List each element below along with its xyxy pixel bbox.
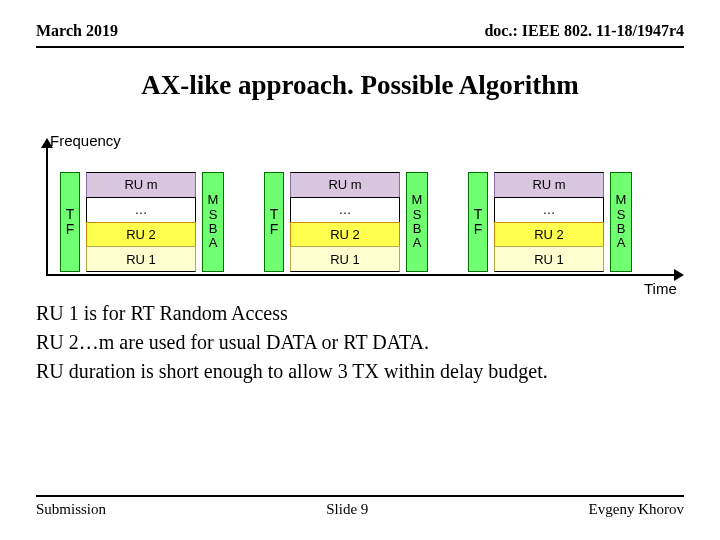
body-text: RU 1 is for RT Random Access RU 2…m are … <box>36 300 676 387</box>
msba-a: A <box>413 236 422 250</box>
tx-group-3: T F RU m … RU 2 RU 1 M S B A <box>468 172 632 272</box>
ru-1: RU 1 <box>290 246 400 272</box>
ru-stack: RU m … RU 2 RU 1 <box>86 172 196 272</box>
header-rule <box>36 46 684 48</box>
ru-2: RU 2 <box>494 222 604 247</box>
footer-center: Slide 9 <box>326 501 368 518</box>
msba-a: A <box>617 236 626 250</box>
x-axis-label: Time <box>644 280 677 297</box>
tf-bottom: F <box>474 222 483 237</box>
msba-box: M S B A <box>610 172 632 272</box>
tx-group-2: T F RU m … RU 2 RU 1 M S B A <box>264 172 428 272</box>
y-axis-label: Frequency <box>50 132 121 149</box>
header-doc: doc.: IEEE 802. 11-18/1947r4 <box>484 22 684 40</box>
header-date: March 2019 <box>36 22 118 40</box>
ru-m: RU m <box>86 172 196 197</box>
msba-s: S <box>617 208 626 222</box>
ru-m: RU m <box>494 172 604 197</box>
page-title: AX-like approach. Possible Algorithm <box>0 70 720 101</box>
y-axis-line <box>46 144 48 274</box>
msba-b: B <box>617 222 626 236</box>
ru-stack: RU m … RU 2 RU 1 <box>290 172 400 272</box>
frequency-time-diagram: Frequency Time T F RU m … RU 2 RU 1 M S … <box>36 130 684 290</box>
tf-bottom: F <box>66 222 75 237</box>
footer: Submission Slide 9 Evgeny Khorov <box>36 495 684 518</box>
ru-stack: RU m … RU 2 RU 1 <box>494 172 604 272</box>
footer-left: Submission <box>36 501 106 518</box>
msba-b: B <box>209 222 218 236</box>
tf-bottom: F <box>270 222 279 237</box>
msba-box: M S B A <box>202 172 224 272</box>
ru-ellipsis: … <box>290 197 400 222</box>
ru-ellipsis: … <box>494 197 604 222</box>
ru-m: RU m <box>290 172 400 197</box>
msba-b: B <box>413 222 422 236</box>
x-axis-line <box>46 274 676 276</box>
body-line-3: RU duration is short enough to allow 3 T… <box>36 358 676 385</box>
ru-ellipsis: … <box>86 197 196 222</box>
ru-2: RU 2 <box>86 222 196 247</box>
body-line-1: RU 1 is for RT Random Access <box>36 300 676 327</box>
tf-top: T <box>270 207 279 222</box>
tf-top: T <box>66 207 75 222</box>
footer-rule <box>36 495 684 497</box>
msba-a: A <box>209 236 218 250</box>
tf-box: T F <box>264 172 284 272</box>
msba-m: M <box>208 193 219 207</box>
footer-right: Evgeny Khorov <box>589 501 684 518</box>
msba-m: M <box>616 193 627 207</box>
tx-group-1: T F RU m … RU 2 RU 1 M S B A <box>60 172 224 272</box>
msba-s: S <box>413 208 422 222</box>
tf-top: T <box>474 207 483 222</box>
msba-m: M <box>412 193 423 207</box>
tf-box: T F <box>60 172 80 272</box>
msba-box: M S B A <box>406 172 428 272</box>
msba-s: S <box>209 208 218 222</box>
ru-1: RU 1 <box>494 246 604 272</box>
tf-box: T F <box>468 172 488 272</box>
ru-1: RU 1 <box>86 246 196 272</box>
body-line-2: RU 2…m are used for usual DATA or RT DAT… <box>36 329 676 356</box>
ru-2: RU 2 <box>290 222 400 247</box>
